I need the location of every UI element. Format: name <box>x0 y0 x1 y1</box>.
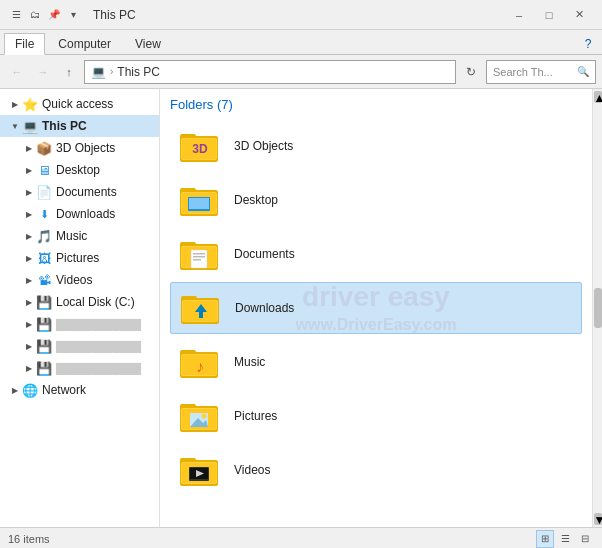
main-area: ▶ ⭐ Quick access ▼ 💻 This PC ▶ 📦 3D Obje… <box>0 89 602 527</box>
folder-row-desktop[interactable]: Desktop <box>170 174 582 226</box>
chevron-drive1: ▶ <box>22 317 36 331</box>
folder-icon-desktop <box>176 180 224 220</box>
sidebar-item-desktop[interactable]: ▶ 🖥 Desktop <box>0 159 159 181</box>
drive2-icon: 💾 <box>36 338 52 354</box>
svg-rect-10 <box>189 198 209 209</box>
downloads-icon: ⬇ <box>36 206 52 222</box>
svg-point-36 <box>202 414 207 419</box>
sidebar-item-drive2[interactable]: ▶ 💾 ████████████ <box>0 335 159 357</box>
view-btn-details[interactable]: ⊟ <box>576 530 594 548</box>
close-button[interactable]: ✕ <box>564 0 594 30</box>
sidebar-label-videos: Videos <box>56 273 92 287</box>
drive3-icon: 💾 <box>36 360 52 376</box>
scroll-thumb[interactable] <box>594 288 602 328</box>
tab-view[interactable]: View <box>124 33 172 54</box>
chevron-documents: ▶ <box>22 185 36 199</box>
view-btn-list[interactable]: ☰ <box>556 530 574 548</box>
path-chevron: › <box>110 66 113 77</box>
sidebar: ▶ ⭐ Quick access ▼ 💻 This PC ▶ 📦 3D Obje… <box>0 89 160 527</box>
help-button[interactable]: ? <box>578 34 598 54</box>
chevron-local-disk: ▶ <box>22 295 36 309</box>
view-btn-large-icons[interactable]: ⊞ <box>536 530 554 548</box>
sidebar-item-network[interactable]: ▶ 🌐 Network <box>0 379 159 401</box>
window-controls: – □ ✕ <box>504 0 594 30</box>
search-box[interactable]: Search Th... 🔍 <box>486 60 596 84</box>
folder-row-documents[interactable]: Documents <box>170 228 582 280</box>
videos-icon: 📽 <box>36 272 52 288</box>
address-path[interactable]: 💻 › This PC <box>84 60 456 84</box>
back-button[interactable]: ← <box>6 61 28 83</box>
sidebar-item-drive3[interactable]: ▶ 💾 ████████████ <box>0 357 159 379</box>
scroll-up-arrow[interactable]: ▲ <box>594 91 602 103</box>
local-disk-icon: 💾 <box>36 294 52 310</box>
desktop-icon: 🖥 <box>36 162 52 178</box>
system-icon: ☰ <box>8 7 24 23</box>
svg-text:♪: ♪ <box>196 358 204 375</box>
svg-rect-11 <box>196 209 202 211</box>
chevron-pictures: ▶ <box>22 251 36 265</box>
chevron-drive3: ▶ <box>22 361 36 375</box>
folder-icon-music: ♪ <box>176 342 224 382</box>
svg-rect-18 <box>193 256 205 258</box>
pin-icon: 📌 <box>46 7 62 23</box>
folder-icon-3d: 3D <box>176 126 224 166</box>
tab-computer[interactable]: Computer <box>47 33 122 54</box>
sidebar-item-documents[interactable]: ▶ 📄 Documents <box>0 181 159 203</box>
scrollbar[interactable]: ▲ ▼ <box>592 89 602 527</box>
search-icon: 🔍 <box>577 66 589 77</box>
sidebar-label-drive3: ████████████ <box>56 363 141 374</box>
path-pc-icon: 💻 <box>91 65 106 79</box>
sidebar-item-drive1[interactable]: ▶ 💾 ████████████ <box>0 313 159 335</box>
sidebar-item-videos[interactable]: ▶ 📽 Videos <box>0 269 159 291</box>
sidebar-item-this-pc[interactable]: ▼ 💻 This PC <box>0 115 159 137</box>
sidebar-label-network: Network <box>42 383 86 397</box>
sidebar-item-pictures[interactable]: ▶ 🖼 Pictures <box>0 247 159 269</box>
sidebar-label-documents: Documents <box>56 185 117 199</box>
sidebar-item-downloads[interactable]: ▶ ⬇ Downloads <box>0 203 159 225</box>
sidebar-item-music[interactable]: ▶ 🎵 Music <box>0 225 159 247</box>
minimize-button[interactable]: – <box>504 0 534 30</box>
ribbon-tabs: File Computer View ? <box>0 30 602 54</box>
music-icon: 🎵 <box>36 228 52 244</box>
tab-file[interactable]: File <box>4 33 45 55</box>
forward-button[interactable]: → <box>32 61 54 83</box>
up-button[interactable]: ↑ <box>58 61 80 83</box>
folder-name-downloads: Downloads <box>235 301 294 315</box>
folder-row-3d-objects[interactable]: 3D 3D Objects <box>170 120 582 172</box>
folder-row-music[interactable]: ♪ Music <box>170 336 582 388</box>
svg-rect-17 <box>193 253 205 255</box>
refresh-button[interactable]: ↻ <box>460 61 482 83</box>
chevron-3d: ▶ <box>22 141 36 155</box>
down-icon: ▾ <box>65 7 81 23</box>
drive1-icon: 💾 <box>36 316 52 332</box>
folder-name-3d: 3D Objects <box>234 139 293 153</box>
sidebar-label-downloads: Downloads <box>56 207 115 221</box>
maximize-button[interactable]: □ <box>534 0 564 30</box>
folder-icon-videos <box>176 450 224 490</box>
item-count: 16 items <box>8 533 50 545</box>
chevron-desktop: ▶ <box>22 163 36 177</box>
chevron-quick-access: ▶ <box>8 97 22 111</box>
folder-row-videos[interactable]: Videos <box>170 444 582 496</box>
sidebar-label-drive2: ████████████ <box>56 341 141 352</box>
chevron-videos: ▶ <box>22 273 36 287</box>
status-bar: 16 items ⊞ ☰ ⊟ <box>0 527 602 548</box>
quick-access-icon: 🗂 <box>27 7 43 23</box>
address-bar: ← → ↑ 💻 › This PC ↻ Search Th... 🔍 <box>0 55 602 89</box>
search-placeholder: Search Th... <box>493 66 553 78</box>
folder-grid: 3D 3D Objects <box>170 120 582 496</box>
sidebar-label-this-pc: This PC <box>42 119 87 133</box>
folder-row-pictures[interactable]: Pictures <box>170 390 582 442</box>
path-text: This PC <box>117 65 160 79</box>
folder-name-music: Music <box>234 355 265 369</box>
section-title: Folders (7) <box>170 97 582 112</box>
sidebar-item-3d-objects[interactable]: ▶ 📦 3D Objects <box>0 137 159 159</box>
scroll-down-arrow[interactable]: ▼ <box>594 513 602 525</box>
sidebar-item-local-disk[interactable]: ▶ 💾 Local Disk (C:) <box>0 291 159 313</box>
chevron-network: ▶ <box>8 383 22 397</box>
content-area: driver easy www.DriverEasy.com Folders (… <box>160 89 592 527</box>
svg-text:3D: 3D <box>192 142 208 156</box>
folder-row-downloads[interactable]: Downloads <box>170 282 582 334</box>
folder-name-documents: Documents <box>234 247 295 261</box>
sidebar-item-quick-access[interactable]: ▶ ⭐ Quick access <box>0 93 159 115</box>
